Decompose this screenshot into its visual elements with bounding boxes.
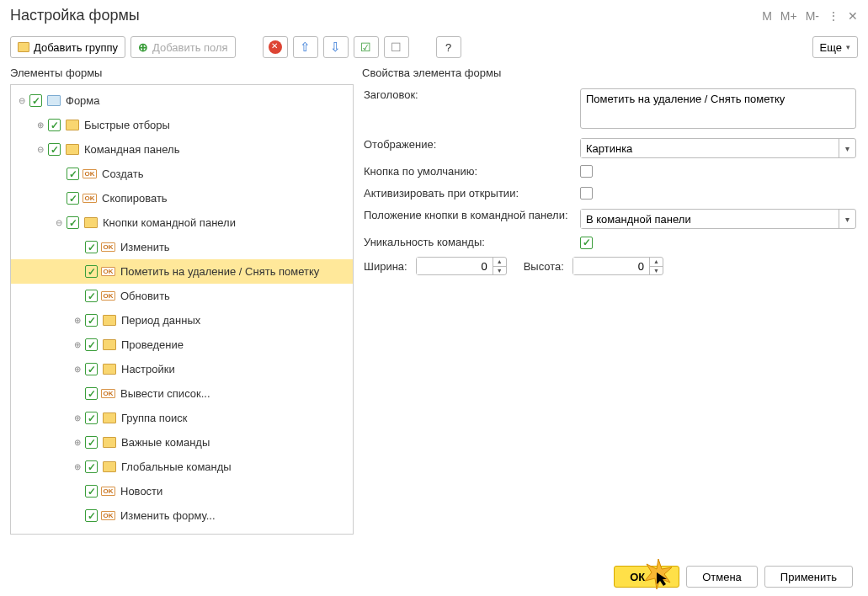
tree-row[interactable]: OK Изменить форму... [11, 503, 353, 528]
spin-up-icon[interactable]: ▲ [650, 258, 663, 267]
tree-label: Обновить [119, 290, 170, 302]
tree-label: Группа поиск [120, 412, 188, 424]
expander-icon[interactable]: ⊕ [72, 438, 83, 447]
tree-row[interactable]: ⊕ Период данных [11, 308, 353, 333]
ok-button[interactable]: ОК [614, 566, 679, 588]
delete-button[interactable] [263, 36, 288, 58]
checkbox-icon[interactable] [85, 265, 98, 278]
checkbox-icon[interactable] [85, 241, 98, 253]
checkbox-icon[interactable] [67, 534, 79, 535]
tree-row[interactable]: Строка поиска [11, 528, 353, 535]
tree-row[interactable]: OK Обновить [11, 284, 353, 308]
tree-row-form[interactable]: ⊖ Форма [11, 88, 353, 113]
title-input[interactable] [580, 88, 856, 129]
tree-row[interactable]: ⊕ Быстрые отборы [11, 113, 353, 137]
help-button[interactable]: ? [436, 36, 461, 58]
close-icon[interactable]: ✕ [848, 9, 858, 23]
tree-row[interactable]: ⊕ Настройки [11, 357, 353, 381]
ok-icon: OK [101, 389, 115, 398]
tree[interactable]: ⊖ Форма ⊕ Быстрые отборы ⊖ Командная пан… [10, 84, 354, 535]
expander-icon[interactable]: ⊖ [16, 96, 28, 105]
position-value[interactable] [581, 210, 839, 228]
expander-icon[interactable]: ⊕ [35, 120, 46, 130]
checkbox-icon[interactable] [29, 94, 42, 107]
checkbox-icon[interactable] [85, 290, 98, 302]
tree-row[interactable]: ⊖ Командная панель [11, 137, 353, 162]
checkbox-icon[interactable] [67, 192, 79, 205]
activate-checkbox[interactable] [580, 187, 593, 200]
checkbox-icon[interactable] [85, 314, 98, 327]
more-button[interactable]: Еще ▾ [812, 36, 858, 58]
chevron-down-icon[interactable]: ▾ [839, 210, 855, 228]
check-all-button[interactable]: ☑ [354, 36, 379, 58]
expander-icon[interactable]: ⊕ [72, 365, 83, 374]
display-value[interactable] [581, 139, 839, 157]
width-spinner[interactable]: ▲▼ [416, 257, 507, 275]
expander-icon[interactable]: ⊕ [72, 316, 83, 325]
tree-label: Настройки [120, 363, 175, 375]
checkbox-icon[interactable] [85, 412, 98, 424]
tree-label: Важные команды [120, 436, 210, 449]
tree-row[interactable]: OK Новости [11, 479, 353, 503]
add-group-button[interactable]: Добавить группу [10, 36, 125, 58]
mminus-button[interactable]: M- [806, 9, 819, 23]
checkbox-icon[interactable] [48, 119, 61, 131]
tree-label: Скопировать [100, 192, 168, 205]
label-unique: Уникальность команды: [364, 233, 578, 252]
checkbox-icon[interactable] [67, 168, 79, 180]
expander-icon[interactable]: ⊖ [35, 145, 46, 154]
default-checkbox[interactable] [580, 165, 593, 178]
width-input[interactable] [417, 258, 493, 274]
expander-icon[interactable]: ⊕ [72, 413, 83, 423]
tree-row[interactable]: OK Вывести список... [11, 381, 353, 406]
move-down-button[interactable]: ⇩ [323, 36, 349, 58]
checkbox-icon[interactable] [85, 387, 98, 400]
checkbox-icon[interactable] [85, 460, 98, 473]
uncheck-all-button[interactable]: ☐ [384, 36, 409, 58]
unique-checkbox[interactable] [580, 237, 593, 249]
expander-icon[interactable]: ⊕ [72, 340, 83, 349]
tree-label: Форма [64, 94, 100, 107]
label-title: Заголовок: [364, 86, 578, 134]
checkbox-icon[interactable] [85, 485, 98, 498]
tree-row[interactable]: ⊕ Важные команды [11, 430, 353, 455]
checkbox-icon[interactable] [85, 436, 98, 449]
kebab-icon[interactable]: ⋮ [828, 9, 839, 23]
tree-row[interactable]: OK Скопировать [11, 186, 353, 210]
height-spinner[interactable]: ▲▼ [572, 257, 663, 275]
delete-icon [269, 40, 282, 54]
tree-row[interactable]: ⊕ Глобальные команды [11, 455, 353, 479]
spin-down-icon[interactable]: ▼ [493, 267, 506, 275]
apply-button[interactable]: Применить [764, 566, 853, 588]
checkbox-icon[interactable] [85, 363, 98, 375]
checkbox-icon[interactable] [85, 338, 98, 351]
checkbox-icon[interactable] [85, 509, 98, 522]
spin-down-icon[interactable]: ▼ [650, 267, 663, 275]
tree-row[interactable]: OK Создать [11, 162, 353, 186]
add-fields-button[interactable]: ⊕ Добавить поля [130, 36, 236, 58]
spin-up-icon[interactable]: ▲ [493, 258, 506, 267]
cancel-button[interactable]: Отмена [686, 566, 758, 588]
checkbox-icon[interactable] [48, 143, 61, 156]
tree-row[interactable]: ⊕ Группа поиск [11, 406, 353, 430]
help-icon: ? [445, 41, 451, 54]
height-input[interactable] [573, 258, 649, 274]
expander-icon[interactable]: ⊕ [72, 462, 83, 471]
tree-row[interactable]: OK Изменить [11, 235, 353, 259]
chevron-down-icon[interactable]: ▾ [839, 139, 855, 157]
expander-icon[interactable]: ⊖ [53, 218, 65, 227]
tree-row-selected[interactable]: OK Пометить на удаление / Снять пометку [11, 259, 353, 284]
m-button[interactable]: M [762, 9, 772, 23]
mplus-button[interactable]: M+ [780, 9, 797, 23]
checkbox-icon[interactable] [67, 216, 79, 229]
move-up-button[interactable]: ⇧ [293, 36, 318, 58]
add-fields-label: Добавить поля [152, 41, 228, 54]
more-label: Еще [820, 41, 842, 54]
tree-label: Период данных [120, 314, 200, 327]
folder-icon [103, 364, 116, 375]
tree-row[interactable]: ⊕ Проведение [11, 333, 353, 357]
folder-icon [103, 315, 116, 326]
tree-row[interactable]: ⊖ Кнопки командной панели [11, 210, 353, 235]
display-select[interactable]: ▾ [580, 138, 856, 158]
position-select[interactable]: ▾ [580, 209, 856, 229]
